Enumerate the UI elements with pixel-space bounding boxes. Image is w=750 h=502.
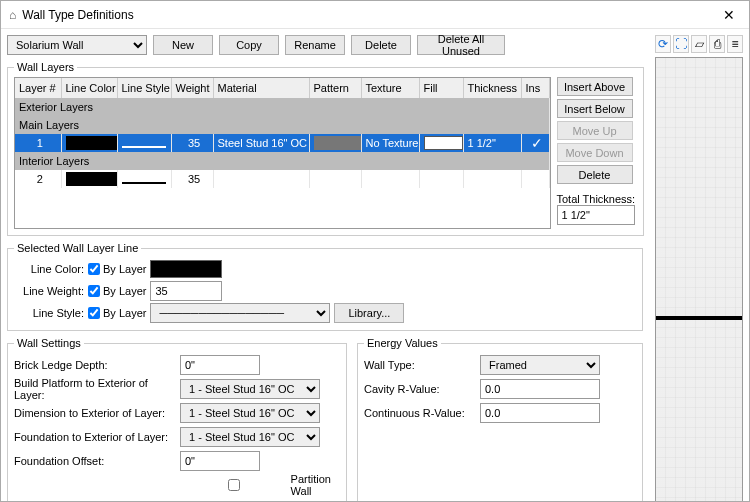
fit-icon[interactable]: ⛶	[673, 35, 689, 53]
line-color-swatch[interactable]	[150, 260, 222, 278]
wall-preview-line	[656, 316, 742, 320]
foundation-ext-select[interactable]: 1 - Steel Stud 16" OC	[180, 427, 320, 447]
preview-panel: ⟳ ⛶ ▱ ⎙ ≡	[649, 29, 749, 502]
window-title: Wall Type Definitions	[22, 8, 709, 22]
cavity-r-field[interactable]	[480, 379, 600, 399]
line-style-bylayer[interactable]: By Layer	[88, 307, 146, 319]
close-button[interactable]: ✕	[709, 1, 749, 28]
library-button[interactable]: Library...	[334, 303, 404, 323]
settings-icon[interactable]: ≡	[727, 35, 743, 53]
total-thickness-label: Total Thickness:	[557, 193, 637, 205]
copy-button[interactable]: Copy	[219, 35, 279, 55]
insert-below-button[interactable]: Insert Below	[557, 99, 633, 118]
line-weight-bylayer[interactable]: By Layer	[88, 285, 146, 297]
layer-side-buttons: Insert Above Insert Below Move Up Move D…	[557, 77, 637, 229]
move-down-button[interactable]: Move Down	[557, 143, 633, 162]
grid-header-row: Layer # Line Color Line Style Weight Mat…	[15, 78, 549, 98]
view-icon[interactable]: ▱	[691, 35, 707, 53]
preview-iconbar: ⟳ ⛶ ▱ ⎙ ≡	[655, 35, 743, 53]
build-platform-select[interactable]: 1 - Steel Stud 16" OC	[180, 379, 320, 399]
wall-type-select[interactable]: Solarium Wall	[7, 35, 147, 55]
refresh-icon[interactable]: ⟳	[655, 35, 671, 53]
app-icon: ⌂	[9, 8, 16, 22]
delete-layer-button[interactable]: Delete	[557, 165, 633, 184]
section-interior[interactable]: Interior Layers	[15, 152, 549, 170]
wall-settings-group: Wall Settings Brick Ledge Depth: Build P…	[7, 337, 347, 502]
preview-canvas[interactable]	[655, 57, 743, 502]
titlebar: ⌂ Wall Type Definitions ✕	[1, 1, 749, 29]
layer-row-1[interactable]: 1 35 Steel Stud 16" OC No Texture 1 1/2"…	[15, 134, 549, 152]
delete-all-unused-button[interactable]: Delete All Unused	[417, 35, 505, 55]
move-up-button[interactable]: Move Up	[557, 121, 633, 140]
print-icon[interactable]: ⎙	[709, 35, 725, 53]
dimension-ext-select[interactable]: 1 - Steel Stud 16" OC	[180, 403, 320, 423]
foundation-offset-field[interactable]	[180, 451, 260, 471]
energy-wall-type-select[interactable]: Framed	[480, 355, 600, 375]
line-color-bylayer[interactable]: By Layer	[88, 263, 146, 275]
wall-layers-group: Wall Layers Layer # Line Color	[7, 61, 644, 236]
brick-ledge-field[interactable]	[180, 355, 260, 375]
line-style-select[interactable]: ────────────────	[150, 303, 330, 323]
rename-button[interactable]: Rename	[285, 35, 345, 55]
section-main[interactable]: Main Layers	[15, 116, 549, 134]
insert-above-button[interactable]: Insert Above	[557, 77, 633, 96]
toolbar: Solarium Wall New Copy Rename Delete Del…	[7, 35, 643, 55]
check-icon: ✓	[531, 135, 543, 151]
new-button[interactable]: New	[153, 35, 213, 55]
partition-wall-checkbox[interactable]: Partition Wall	[180, 473, 340, 497]
layers-grid[interactable]: Layer # Line Color Line Style Weight Mat…	[14, 77, 551, 229]
total-thickness-field[interactable]	[557, 205, 635, 225]
section-exterior[interactable]: Exterior Layers	[15, 98, 549, 116]
wall-layers-legend: Wall Layers	[14, 61, 77, 73]
delete-button[interactable]: Delete	[351, 35, 411, 55]
selected-layer-line-group: Selected Wall Layer Line Line Color: By …	[7, 242, 643, 331]
line-weight-field[interactable]	[150, 281, 222, 301]
layer-row-2[interactable]: 2 35	[15, 170, 549, 188]
continuous-r-field[interactable]	[480, 403, 600, 423]
energy-values-group: Energy Values Wall Type: Framed Cavity R…	[357, 337, 643, 502]
